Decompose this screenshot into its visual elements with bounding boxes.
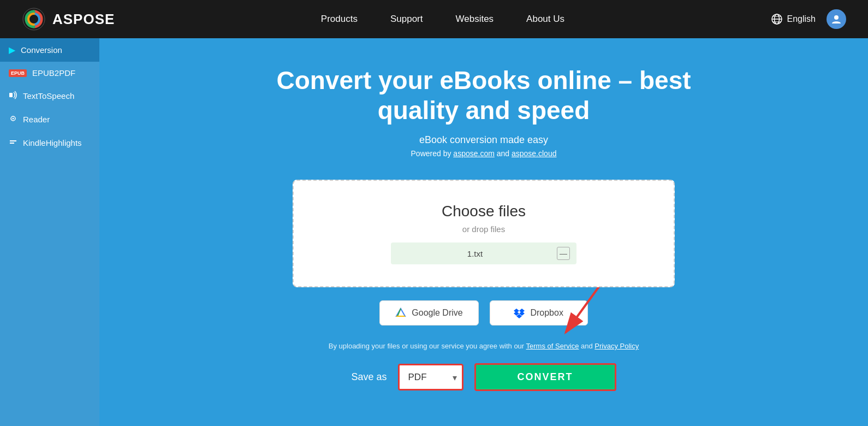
- aspose-cloud-link[interactable]: aspose.cloud: [512, 149, 557, 158]
- choose-files-label[interactable]: Choose files: [316, 203, 652, 220]
- sidebar: ▶ Conversion EPUB EPUB2PDF TextToSpeech …: [0, 38, 99, 426]
- powered-by-text: Powered by: [411, 149, 454, 158]
- arrow-right-icon: ▶: [9, 45, 15, 55]
- reader-icon: [9, 114, 17, 125]
- svg-point-6: [834, 15, 839, 20]
- aspose-logo-icon: [22, 7, 46, 31]
- header: ASPOSE Products Support Websites About U…: [0, 0, 868, 38]
- subtitle: eBook conversion made easy: [419, 134, 548, 146]
- remove-file-button[interactable]: —: [557, 247, 570, 260]
- nav-support[interactable]: Support: [390, 14, 423, 25]
- save-as-label: Save as: [351, 371, 387, 383]
- main-wrapper: ▶ Conversion EPUB EPUB2PDF TextToSpeech …: [0, 38, 868, 426]
- epub-icon: EPUB: [9, 69, 27, 77]
- svg-point-9: [13, 118, 14, 120]
- google-drive-button[interactable]: Google Drive: [379, 300, 478, 326]
- sidebar-label-epub2pdf: EPUB2PDF: [32, 68, 75, 78]
- dropbox-icon: [514, 307, 525, 318]
- user-icon: [831, 14, 842, 25]
- header-nav: Products Support Websites About Us: [321, 14, 564, 25]
- convert-button[interactable]: CONVERT: [474, 363, 616, 391]
- drop-text: or drop files: [316, 224, 652, 234]
- sidebar-label-texttospeech: TextToSpeech: [23, 91, 74, 100]
- nav-about-us[interactable]: About Us: [526, 14, 564, 25]
- powered-by: Powered by aspose.com and aspose.cloud: [411, 149, 557, 158]
- format-select[interactable]: PDF DOCX MOBI AZW3 HTML TXT: [398, 364, 463, 390]
- header-right: English: [771, 9, 846, 29]
- dropbox-label: Dropbox: [530, 308, 563, 318]
- sidebar-label-reader: Reader: [23, 115, 50, 124]
- terms-of-service-link[interactable]: Terms of Service: [526, 342, 579, 350]
- globe-icon: [771, 13, 783, 25]
- sidebar-label-kindlehighlights: KindleHighlights: [23, 138, 82, 147]
- privacy-policy-link[interactable]: Privacy Policy: [594, 342, 639, 350]
- language-selector[interactable]: English: [771, 13, 816, 25]
- sidebar-item-conversion[interactable]: ▶ Conversion: [0, 38, 99, 62]
- google-drive-label: Google Drive: [412, 308, 462, 318]
- minus-icon: —: [560, 249, 567, 258]
- aspose-com-link[interactable]: aspose.com: [453, 149, 494, 158]
- logo-text: ASPOSE: [52, 11, 115, 28]
- sidebar-item-kindlehighlights[interactable]: KindleHighlights: [0, 131, 99, 155]
- nav-products[interactable]: Products: [321, 14, 358, 25]
- main-content: Convert your eBooks online – best qualit…: [99, 38, 868, 426]
- file-name: 1.txt: [397, 249, 552, 258]
- file-item: 1.txt —: [391, 242, 576, 264]
- google-drive-icon: [395, 307, 406, 318]
- sidebar-item-epub2pdf[interactable]: EPUB EPUB2PDF: [0, 62, 99, 84]
- format-select-wrapper: PDF DOCX MOBI AZW3 HTML TXT: [398, 364, 463, 390]
- tts-icon: [9, 91, 17, 101]
- svg-rect-7: [9, 93, 13, 97]
- sidebar-label-conversion: Conversion: [21, 45, 62, 55]
- save-row: Save as PDF DOCX MOBI AZW3 HTML TXT CONV…: [351, 363, 616, 391]
- sidebar-item-texttospeech[interactable]: TextToSpeech: [0, 84, 99, 108]
- user-avatar[interactable]: [827, 9, 846, 29]
- kindle-icon: [9, 138, 17, 148]
- terms-text: By uploading your files or using our ser…: [329, 342, 639, 350]
- upload-box[interactable]: Choose files or drop files 1.txt —: [293, 180, 675, 287]
- page-title: Convert your eBooks online – best qualit…: [238, 66, 729, 126]
- language-label: English: [787, 14, 816, 24]
- nav-websites[interactable]: Websites: [455, 14, 494, 25]
- upload-area-wrapper: Choose files or drop files 1.txt —: [293, 180, 675, 300]
- cloud-buttons: Google Drive Dropbox: [379, 300, 587, 326]
- sidebar-item-reader[interactable]: Reader: [0, 108, 99, 131]
- dropbox-button[interactable]: Dropbox: [490, 300, 588, 326]
- logo-area: ASPOSE: [22, 7, 115, 31]
